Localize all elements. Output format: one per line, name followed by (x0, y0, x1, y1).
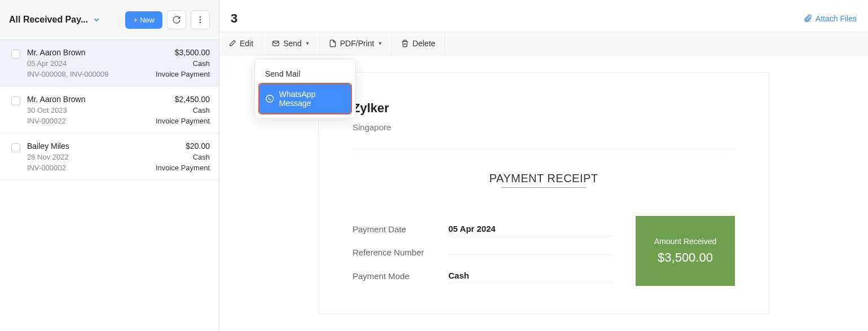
sidebar: All Received Pay... + New Mr. Aaron Brow… (0, 0, 219, 331)
caret-down-icon: ▼ (377, 41, 382, 46)
payment-list: Mr. Aaron Brown 05 Apr 2024 INV-000008, … (0, 40, 219, 331)
page-title: 3 (231, 11, 237, 26)
pdf-icon (329, 39, 337, 47)
payment-method: Cash (156, 106, 210, 114)
payment-amount: $3,500.00 (156, 48, 210, 57)
caret-down-icon: ▼ (305, 41, 310, 46)
payment-invoices: INV-000022 (27, 117, 86, 125)
sidebar-header: All Received Pay... + New (0, 0, 219, 40)
heading-underline (501, 187, 586, 188)
field-value: Cash (448, 268, 613, 283)
send-button[interactable]: Send ▼ (263, 32, 320, 55)
svg-point-4 (266, 95, 274, 103)
main-topbar: 3 Attach Files (219, 0, 868, 32)
plus-icon: + (133, 16, 138, 24)
delete-label: Delete (412, 39, 435, 48)
payment-row[interactable]: Bailey Miles 28 Nov 2022 INV-000002 $20.… (0, 134, 219, 180)
field-value: 05 Apr 2024 (448, 222, 613, 236)
mail-icon (272, 39, 280, 47)
attach-files-link[interactable]: Attach Files (803, 14, 857, 23)
customer-name: Mr. Aaron Brown (27, 95, 86, 104)
payment-method: Cash (156, 59, 210, 68)
amount-label: Amount Received (654, 237, 717, 246)
payment-type: Invoice Payment (156, 117, 210, 125)
payment-invoices: INV-000002 (27, 164, 69, 172)
pdf-label: PDF/Print (340, 39, 374, 48)
company-location: Singapore (353, 122, 735, 132)
receipt-heading: PAYMENT RECEIPT (353, 172, 735, 185)
send-mail-item[interactable]: Send Mail (259, 64, 351, 84)
payment-content: Mr. Aaron Brown 05 Apr 2024 INV-000008, … (27, 48, 210, 78)
divider (353, 149, 735, 149)
edit-label: Edit (240, 39, 253, 48)
field-label: Payment Mode (353, 271, 448, 281)
paperclip-icon (803, 14, 812, 23)
whatsapp-message-item[interactable]: WhatsApp Message (259, 84, 351, 113)
row-checkbox[interactable] (11, 143, 20, 172)
payment-amount: $2,450.00 (156, 95, 210, 104)
send-label: Send (283, 39, 302, 48)
refresh-icon (172, 15, 181, 24)
svg-point-0 (200, 16, 201, 18)
sidebar-title: All Received Pay... (9, 15, 88, 25)
payment-row[interactable]: Mr. Aaron Brown 05 Apr 2024 INV-000008, … (0, 40, 219, 87)
more-menu-button[interactable] (191, 10, 210, 29)
refresh-button[interactable] (167, 10, 186, 29)
payment-content: Mr. Aaron Brown 30 Oct 2023 INV-000022 $… (27, 95, 210, 125)
sidebar-actions: + New (125, 10, 210, 29)
payment-date: 30 Oct 2023 (27, 106, 86, 114)
new-button[interactable]: + New (125, 11, 162, 29)
field-label: Payment Date (353, 224, 448, 234)
send-mail-label: Send Mail (265, 69, 300, 78)
svg-point-1 (200, 19, 201, 21)
toolbar: Edit Send ▼ PDF/Print ▼ Delete (219, 32, 868, 55)
new-button-label: New (140, 16, 155, 24)
field-label: Reference Number (353, 248, 448, 257)
view-selector[interactable]: All Received Pay... (9, 15, 125, 25)
payment-type: Invoice Payment (156, 70, 210, 78)
receipt-fields: Payment Date 05 Apr 2024 Reference Numbe… (353, 216, 613, 289)
field-payment-date: Payment Date 05 Apr 2024 (353, 216, 613, 242)
delete-button[interactable]: Delete (392, 32, 444, 55)
customer-name: Bailey Miles (27, 142, 69, 151)
field-reference-number: Reference Number (353, 242, 613, 263)
main-panel: 3 Attach Files Edit Send ▼ PDF/Print ▼ D… (219, 0, 868, 331)
send-dropdown: Send Mail WhatsApp Message (254, 59, 356, 118)
company-name: Zylker (353, 101, 735, 116)
row-checkbox[interactable] (11, 50, 20, 78)
chevron-down-icon[interactable] (92, 16, 100, 24)
row-checkbox[interactable] (11, 96, 20, 125)
payment-content: Bailey Miles 28 Nov 2022 INV-000002 $20.… (27, 142, 210, 172)
customer-name: Mr. Aaron Brown (27, 48, 109, 57)
receipt-body: Payment Date 05 Apr 2024 Reference Numbe… (353, 216, 735, 289)
payment-amount: $20.00 (156, 142, 210, 151)
whatsapp-label: WhatsApp Message (279, 90, 345, 108)
trash-icon (401, 39, 409, 47)
field-payment-mode: Payment Mode Cash (353, 263, 613, 289)
more-vertical-icon (196, 15, 205, 24)
svg-point-2 (200, 21, 201, 23)
pencil-icon (228, 39, 236, 47)
receipt-card: Zylker Singapore PAYMENT RECEIPT Payment… (318, 72, 769, 314)
payment-type: Invoice Payment (156, 164, 210, 172)
whatsapp-icon (265, 94, 275, 104)
field-value (448, 250, 613, 255)
edit-button[interactable]: Edit (219, 32, 263, 55)
payment-method: Cash (156, 153, 210, 161)
amount-value: $3,500.00 (658, 250, 713, 265)
payment-date: 05 Apr 2024 (27, 59, 109, 68)
attach-files-label: Attach Files (816, 14, 857, 23)
amount-received-box: Amount Received $3,500.00 (636, 216, 735, 286)
payment-date: 28 Nov 2022 (27, 153, 69, 161)
payment-invoices: INV-000008, INV-000009 (27, 70, 109, 78)
payment-row[interactable]: Mr. Aaron Brown 30 Oct 2023 INV-000022 $… (0, 87, 219, 134)
pdf-print-button[interactable]: PDF/Print ▼ (320, 32, 393, 55)
